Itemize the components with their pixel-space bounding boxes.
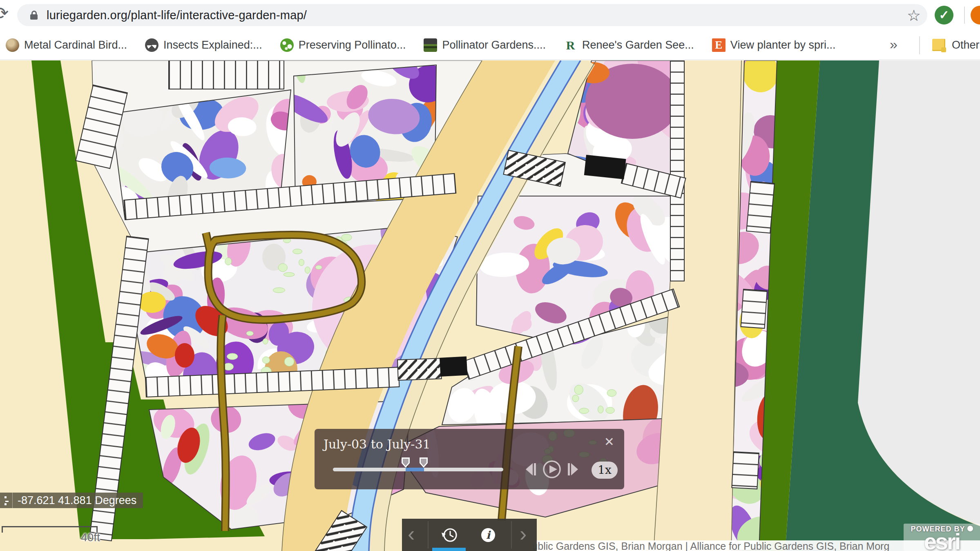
bookmark-item[interactable]: R Renee's Garden See... <box>564 38 694 52</box>
other-bookmarks[interactable]: Other bookmarks <box>952 31 980 60</box>
bookmark-label: Pollinator Gardens.... <box>442 39 546 51</box>
bookmark-item[interactable]: Insects Explained:... <box>145 38 262 52</box>
bookmark-item[interactable]: Metal Cardinal Bird... <box>6 38 127 52</box>
bookmark-label: Preserving Pollinato... <box>299 39 406 51</box>
toolbar-prev-chevron[interactable]: ‹ <box>408 519 415 551</box>
coordinates-icon[interactable] <box>0 493 13 508</box>
bookmark-label: View planter by spri... <box>730 39 836 51</box>
time-range-label: July-03 to July-31 <box>324 437 431 451</box>
playback-speed-button[interactable]: 1x <box>592 462 618 479</box>
toolbar-divider <box>428 521 429 549</box>
bookmark-item[interactable]: Pollinator Gardens.... <box>424 38 546 52</box>
globe-green-icon <box>280 38 294 52</box>
bookmark-label: Insects Explained:... <box>163 39 262 51</box>
step-back-button[interactable] <box>526 463 536 475</box>
step-forward-button[interactable] <box>568 463 578 475</box>
toolbar-divider <box>964 7 965 24</box>
time-slider-selected-range <box>406 468 424 471</box>
time-slider-panel: July-03 to July-31 ✕ 1x <box>315 429 624 489</box>
esri-badge: POWERED BY esri <box>904 524 980 551</box>
scale-label: 40ft <box>81 531 100 544</box>
bookmark-item[interactable]: Preserving Pollinato... <box>280 38 406 52</box>
play-button[interactable] <box>544 461 560 477</box>
coordinates-text: -87.621 41.881 Degrees <box>13 494 143 507</box>
coordinates-readout: -87.621 41.881 Degrees <box>0 493 143 508</box>
bookmark-label: Metal Cardinal Bird... <box>24 39 127 51</box>
close-icon[interactable]: ✕ <box>604 435 614 449</box>
bookmark-item[interactable]: E View planter by spri... <box>712 38 836 52</box>
letter-r-icon: R <box>564 38 577 52</box>
time-history-icon[interactable] <box>440 526 458 544</box>
reload-icon[interactable]: ⟳ <box>0 3 9 23</box>
folder-icon <box>932 39 945 51</box>
attribution-text: Esri | Alliance for Public Gardens GIS, … <box>533 540 889 551</box>
toolbar-divider <box>511 521 512 549</box>
esri-logo: esri <box>904 533 980 550</box>
browser-chrome: ⟳ luriegarden.org/plant-life/interactive… <box>0 0 980 60</box>
bookmarks-divider <box>919 36 920 54</box>
bookmark-label: Renee's Garden See... <box>582 39 694 51</box>
url-text[interactable]: luriegarden.org/plant-life/interactive-g… <box>47 9 307 22</box>
info-icon[interactable]: i <box>479 526 497 544</box>
bookmark-star-icon[interactable]: ☆ <box>907 7 921 25</box>
bookmarks-overflow-chevron[interactable]: » <box>890 31 897 60</box>
active-tab-indicator <box>432 548 466 551</box>
lock-icon[interactable] <box>29 10 39 20</box>
address-bar[interactable]: luriegarden.org/plant-life/interactive-g… <box>17 4 927 26</box>
time-slider-track[interactable] <box>333 468 503 471</box>
time-slider-handle-end[interactable] <box>420 457 428 468</box>
extension-check-icon[interactable]: ✓ <box>935 6 953 25</box>
extension-orange-icon[interactable] <box>971 6 980 25</box>
globe-dot-icon <box>967 526 973 531</box>
toolbar-next-chevron[interactable]: › <box>520 519 527 551</box>
bookmark-favicon <box>424 38 437 52</box>
letter-e-icon: E <box>712 38 726 52</box>
address-bar-row: ⟳ luriegarden.org/plant-life/interactive… <box>0 0 980 31</box>
globe-icon <box>145 38 158 52</box>
bookmark-favicon <box>6 38 19 52</box>
widget-toolbar: ‹ i › <box>402 519 537 551</box>
time-slider-handle-start[interactable] <box>402 457 410 468</box>
bookmarks-bar: Metal Cardinal Bird... Insects Explained… <box>0 31 980 60</box>
